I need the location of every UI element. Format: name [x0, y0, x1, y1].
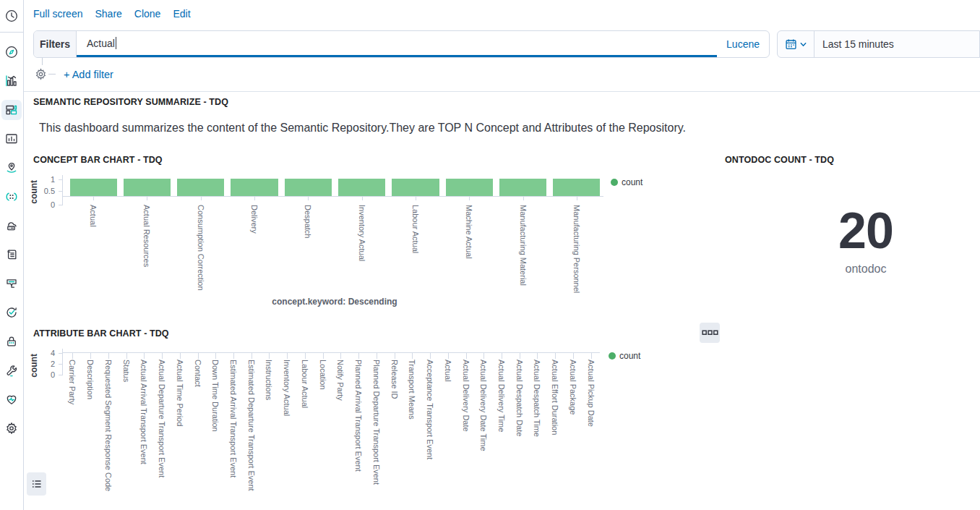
sidebar-item-maps[interactable]	[1, 158, 22, 178]
sidebar-item-apm[interactable]	[1, 273, 22, 294]
attribute-category-tick	[591, 352, 592, 359]
x-axis-label-actual: Actual	[88, 205, 98, 227]
map-pin-icon	[4, 161, 19, 175]
sidebar-item-management[interactable]	[1, 418, 22, 438]
x-axis-label-inventory-actual: Inventory Actual	[357, 205, 367, 261]
x-axis-label-actual-departure-transport-event: Actual Departure Transport Event	[157, 360, 167, 477]
legend-label: count	[619, 351, 640, 361]
attribute-category-tick	[269, 352, 270, 359]
x-axis-label-actual-delivery-date: Actual Delivery Date	[461, 360, 471, 432]
sidebar-item-stack-monitoring[interactable]	[1, 389, 22, 409]
bar-labour-actual[interactable]	[392, 179, 439, 196]
x-axis-label-inventory-actual: Inventory Actual	[282, 360, 292, 416]
x-axis-label-delivery: Delivery	[249, 205, 259, 234]
kibana-dashboard-page: Full screen Share Clone Edit Filters Act…	[0, 0, 980, 510]
x-axis-label-acceptance-transport-event: Acceptance Transport Event	[425, 360, 435, 459]
attribute-category-tick	[573, 352, 574, 359]
x-axis-label-notify-party: Notify Party	[335, 360, 345, 401]
attribute-category-tick	[537, 352, 538, 359]
date-picker-button[interactable]	[778, 31, 814, 57]
attribute-category-tick	[72, 352, 73, 359]
legend-toggle-button[interactable]	[27, 472, 46, 496]
x-axis-label-down-time-duration: Down Time Duration	[210, 360, 220, 432]
x-axis-label-manufacturing-personnel: Manufacturing Personnel	[572, 205, 582, 293]
bar-inventory-actual[interactable]	[338, 179, 385, 196]
x-axis-label-actual-pickup-date: Actual Pickup Date	[586, 360, 596, 427]
attribute-category-tick	[520, 352, 520, 359]
menu-item-edit[interactable]: Edit	[173, 7, 190, 21]
sidebar-item-machine-learning[interactable]	[1, 187, 22, 207]
canvas-icon	[4, 132, 19, 146]
filter-connector-dash	[48, 74, 56, 75]
time-picker: Last 15 minutes	[777, 30, 980, 58]
attribute-category-tick	[340, 352, 341, 359]
sidebar-item-canvas[interactable]	[1, 129, 22, 149]
sidebar-item-uptime[interactable]	[1, 302, 22, 323]
x-axis-label-actual-arrival-transport-event: Actual Arrival Transport Event	[139, 360, 149, 464]
bar-manufacturing-personnel[interactable]	[553, 179, 600, 196]
sidebar-item-visualize[interactable]	[1, 71, 22, 91]
filter-connector-vertical	[42, 58, 43, 65]
x-axis-label-consumption-correction: Consumption Correction	[196, 205, 206, 291]
attribute-y-tick	[59, 353, 62, 354]
query-input[interactable]: Actual	[77, 31, 717, 57]
attribute-category-tick	[233, 352, 234, 359]
x-axis-label-requested-segment-response-code: Requested Segment Response Code	[103, 360, 113, 491]
x-axis-label-description: Description	[85, 360, 95, 399]
sidebar-item-siem[interactable]	[1, 331, 22, 352]
concept-x-axis-title: concept.keyword: Descending	[219, 297, 450, 307]
attribute-category-tick	[215, 352, 216, 359]
attribute-category-tick	[323, 352, 324, 359]
concept-category-tick	[93, 196, 94, 200]
scroll-icon	[4, 247, 19, 262]
bar-delivery[interactable]	[231, 179, 278, 196]
x-axis-label-carrier-party: Carrier Party	[67, 360, 77, 404]
bar-actual[interactable]	[70, 179, 117, 196]
concept-legend-item[interactable]: count	[611, 177, 642, 188]
filter-settings-button[interactable]	[34, 67, 48, 81]
bar-manufacturing-material[interactable]	[499, 179, 546, 196]
time-range-value[interactable]: Last 15 minutes	[814, 31, 894, 57]
sidebar-item-dashboard[interactable]	[1, 100, 22, 120]
sidebar-item-infrastructure[interactable]	[1, 216, 22, 236]
gear-icon	[4, 421, 19, 435]
filters-button[interactable]: Filters	[34, 31, 77, 57]
menu-item-full-screen[interactable]: Full screen	[33, 7, 82, 21]
legend-label: count	[622, 177, 642, 187]
attribute-panel-title: ATTRIBUTE BAR CHART - TDQ	[33, 328, 169, 339]
sidebar-item-logs[interactable]	[1, 245, 22, 265]
sidebar-item-dev-tools[interactable]	[1, 360, 22, 381]
attribute-category-tick	[162, 352, 163, 359]
attribute-category-tick	[108, 352, 109, 359]
bar-chart-icon	[4, 74, 19, 88]
attribute-category-tick	[555, 352, 556, 359]
attribute-category-tick	[126, 352, 127, 359]
calendar-icon	[785, 38, 797, 51]
sidebar-item-discover[interactable]	[1, 42, 22, 62]
heartbeat-icon	[4, 392, 19, 407]
add-filter-link[interactable]: + Add filter	[64, 69, 113, 80]
attribute-category-tick	[287, 352, 288, 359]
concept-category-tick	[416, 196, 416, 200]
ontodoc-metric-value: 20	[757, 203, 974, 258]
panel-options-button[interactable]	[700, 323, 720, 343]
query-language-button[interactable]: Lucene	[717, 31, 769, 57]
sidebar-divider	[0, 32, 23, 33]
attribute-category-tick	[430, 352, 431, 359]
bar-consumption-correction[interactable]	[177, 179, 224, 196]
attribute-y-axis-title: count	[29, 349, 39, 381]
bar-despatch[interactable]	[285, 179, 332, 196]
ellipsis-boxes-icon	[702, 328, 718, 338]
menu-item-share[interactable]: Share	[95, 7, 121, 21]
bar-machine-actual[interactable]	[446, 179, 493, 196]
concept-y-axis-title: count	[29, 176, 39, 208]
x-axis-label-status: Status	[121, 360, 132, 382]
attribute-category-tick	[483, 352, 484, 359]
sidebar-item-recent[interactable]	[1, 6, 22, 26]
attribute-legend-item[interactable]: count	[609, 350, 640, 362]
menu-item-clone[interactable]: Clone	[134, 7, 161, 21]
x-axis-label-planned-arrival-transport-event: Planned Arrival Transport Event	[353, 360, 364, 472]
clock-icon	[4, 9, 19, 23]
bar-actual-resources[interactable]	[124, 179, 171, 196]
concept-y-axis-line	[62, 175, 63, 205]
